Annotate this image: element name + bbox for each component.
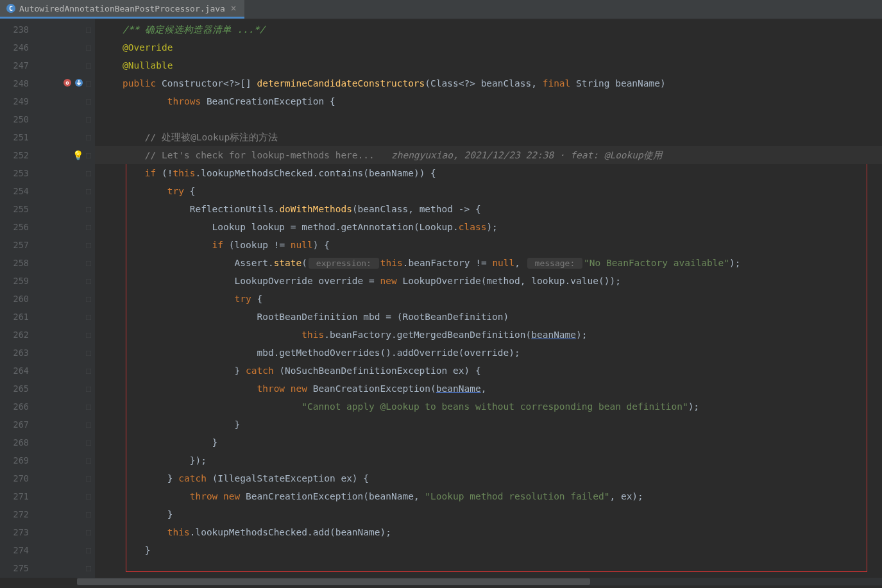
horizontal-scrollbar[interactable] xyxy=(77,578,882,585)
line-number[interactable]: 251 xyxy=(0,132,29,142)
line-number[interactable]: 274 xyxy=(0,545,29,555)
code-line[interactable]: Lookup lookup = method.getAnnotation(Loo… xyxy=(95,218,882,236)
code-line[interactable]: throw new BeanCreationException(beanName… xyxy=(95,380,882,398)
code-line[interactable] xyxy=(95,559,882,577)
scrollbar-thumb[interactable] xyxy=(77,578,590,585)
code-area[interactable]: /** 确定候选构造器清单 ...*/ @Override @Nullable … xyxy=(95,19,882,578)
code-line[interactable]: try { xyxy=(95,182,882,200)
line-number[interactable]: 255 xyxy=(0,204,29,214)
fold-icon[interactable] xyxy=(86,330,91,340)
fold-icon[interactable] xyxy=(86,186,91,196)
line-number[interactable]: 257 xyxy=(0,240,29,250)
line-number[interactable]: 262 xyxy=(0,330,29,340)
line-number[interactable]: 261 xyxy=(0,312,29,322)
fold-icon[interactable] xyxy=(86,509,91,519)
fold-icon[interactable] xyxy=(86,78,91,88)
code-line[interactable]: /** 确定候选构造器清单 ...*/ xyxy=(95,21,882,38)
code-line[interactable]: Assert.state( expression: this.beanFacto… xyxy=(95,254,882,272)
code-line[interactable]: try { xyxy=(95,290,882,308)
fold-icon[interactable] xyxy=(86,401,91,412)
fold-icon[interactable] xyxy=(86,276,91,286)
fold-icon[interactable] xyxy=(86,527,91,537)
code-line[interactable] xyxy=(95,110,882,128)
editor[interactable]: 238246247248o249250251252💡25325425525625… xyxy=(0,19,882,578)
code-line[interactable]: // Let's check for lookup-methods here..… xyxy=(95,146,882,164)
code-line[interactable]: @Override xyxy=(95,38,882,56)
fold-icon[interactable] xyxy=(86,132,91,142)
close-icon[interactable]: × xyxy=(229,4,238,13)
fold-icon[interactable] xyxy=(86,222,91,232)
intention-bulb-icon[interactable]: 💡 xyxy=(72,150,83,160)
fold-icon[interactable] xyxy=(86,563,91,573)
fold-icon[interactable] xyxy=(86,348,91,358)
line-number[interactable]: 253 xyxy=(0,168,29,178)
line-number[interactable]: 271 xyxy=(0,491,29,501)
code-line[interactable]: @Nullable xyxy=(95,56,882,74)
fold-icon[interactable] xyxy=(86,473,91,483)
code-line[interactable]: if (!this.lookupMethodsChecked.contains(… xyxy=(95,164,882,182)
code-line[interactable]: if (lookup != null) { xyxy=(95,236,882,254)
line-number[interactable]: 258 xyxy=(0,258,29,268)
line-number[interactable]: 266 xyxy=(0,401,29,412)
line-number[interactable]: 259 xyxy=(0,276,29,286)
code-line[interactable]: this.beanFactory.getMergedBeanDefinition… xyxy=(95,326,882,344)
line-number[interactable]: 238 xyxy=(0,24,29,35)
fold-icon[interactable] xyxy=(86,258,91,268)
fold-icon[interactable] xyxy=(86,545,91,555)
override-icon[interactable]: o xyxy=(63,78,72,89)
fold-icon[interactable] xyxy=(86,383,91,394)
fold-icon[interactable] xyxy=(86,312,91,322)
fold-icon[interactable] xyxy=(86,42,91,53)
line-number[interactable]: 254 xyxy=(0,186,29,196)
fold-icon[interactable] xyxy=(86,204,91,214)
code-line[interactable]: }); xyxy=(95,451,882,469)
line-number[interactable]: 268 xyxy=(0,437,29,448)
line-number[interactable]: 260 xyxy=(0,294,29,304)
code-line[interactable]: // 处理被@Lookup标注的方法 xyxy=(95,128,882,146)
code-line[interactable]: mbd.getMethodOverrides().addOverride(ove… xyxy=(95,344,882,362)
code-line[interactable]: throws BeanCreationException { xyxy=(95,92,882,110)
line-number[interactable]: 273 xyxy=(0,527,29,537)
fold-icon[interactable] xyxy=(86,24,91,35)
line-number[interactable]: 249 xyxy=(0,96,29,106)
fold-icon[interactable] xyxy=(86,437,91,448)
code-line[interactable]: } catch (NoSuchBeanDefinitionException e… xyxy=(95,362,882,380)
line-number[interactable]: 250 xyxy=(0,114,29,124)
line-number[interactable]: 265 xyxy=(0,383,29,394)
code-line[interactable]: this.lookupMethodsChecked.add(beanName); xyxy=(95,523,882,541)
code-line[interactable]: RootBeanDefinition mbd = (RootBeanDefini… xyxy=(95,308,882,326)
code-line[interactable]: } xyxy=(95,541,882,559)
file-tab[interactable]: C AutowiredAnnotationBeanPostProcessor.j… xyxy=(0,0,244,19)
line-number[interactable]: 248 xyxy=(0,78,29,88)
fold-icon[interactable] xyxy=(86,294,91,304)
line-number[interactable]: 247 xyxy=(0,60,29,71)
code-line[interactable]: LookupOverride override = new LookupOver… xyxy=(95,272,882,290)
line-number[interactable]: 264 xyxy=(0,365,29,376)
line-number[interactable]: 275 xyxy=(0,563,29,573)
fold-icon[interactable] xyxy=(86,491,91,501)
code-line[interactable]: ReflectionUtils.doWithMethods(beanClass,… xyxy=(95,200,882,218)
code-line[interactable]: } xyxy=(95,433,882,451)
line-number[interactable]: 267 xyxy=(0,419,29,430)
code-line[interactable]: "Cannot apply @Lookup to beans without c… xyxy=(95,398,882,416)
fold-icon[interactable] xyxy=(86,419,91,430)
code-line[interactable]: throw new BeanCreationException(beanName… xyxy=(95,487,882,505)
line-number[interactable]: 269 xyxy=(0,455,29,466)
line-number[interactable]: 252 xyxy=(0,150,29,160)
code-line[interactable]: } catch (IllegalStateException ex) { xyxy=(95,469,882,487)
code-line[interactable]: } xyxy=(95,416,882,433)
code-line[interactable]: } xyxy=(95,505,882,523)
fold-icon[interactable] xyxy=(86,168,91,178)
code-line[interactable]: public Constructor<?>[] determineCandida… xyxy=(95,74,882,92)
fold-icon[interactable] xyxy=(86,240,91,250)
fold-icon[interactable] xyxy=(86,60,91,71)
line-number[interactable]: 246 xyxy=(0,42,29,53)
line-number[interactable]: 272 xyxy=(0,509,29,519)
fold-icon[interactable] xyxy=(86,365,91,376)
line-number[interactable]: 270 xyxy=(0,473,29,483)
line-number[interactable]: 263 xyxy=(0,348,29,358)
fold-icon[interactable] xyxy=(86,114,91,124)
implements-icon[interactable] xyxy=(74,78,83,89)
fold-icon[interactable] xyxy=(86,455,91,466)
line-number[interactable]: 256 xyxy=(0,222,29,232)
